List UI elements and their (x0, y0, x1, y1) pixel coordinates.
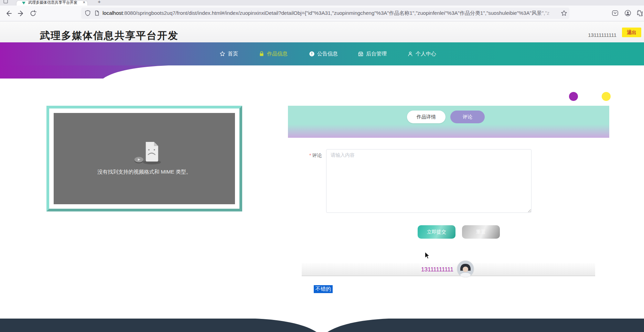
window-icon[interactable] (3, 0, 8, 3)
site-favicon-icon (22, 2, 25, 4)
page-title: 武理多媒体信息共享平台开发 (40, 29, 179, 43)
building-icon (358, 51, 364, 57)
comment-user[interactable]: 13111111111 (421, 266, 453, 273)
tab-title: 武理多媒体信息共享平台开发 (28, 1, 80, 5)
forward-button-icon[interactable] (17, 10, 25, 17)
shield-icon[interactable] (85, 10, 91, 16)
nav-item-admin[interactable]: 后台管理 (358, 42, 387, 65)
video-error-icon (130, 140, 163, 166)
tab-work-detail[interactable]: 作品详情 (407, 111, 446, 123)
browser-toolbar: localhost:8080/springboots2uq7/front/dis… (0, 6, 644, 21)
reload-button-icon[interactable] (29, 10, 37, 17)
nav-label: 个人中心 (416, 51, 436, 57)
video-player-frame: 没有找到支持的视频格式和 MIME 类型。 (46, 106, 242, 211)
new-tab-button[interactable]: + (98, 0, 101, 4)
nav-item-announcements[interactable]: 公告信息 (309, 42, 338, 65)
comment-text-selected[interactable]: 不错的 (314, 285, 333, 293)
required-asterisk: * (309, 153, 311, 158)
tab-comments[interactable]: 评论 (450, 111, 485, 123)
detail-panel-header: 作品详情 评论 (288, 106, 609, 138)
back-button-icon[interactable] (5, 10, 12, 17)
bookmark-star-icon[interactable] (561, 10, 567, 17)
avatar[interactable] (457, 261, 474, 277)
decor-dot-white (585, 92, 594, 101)
url-fade-overlay (539, 8, 560, 19)
browser-tab[interactable]: 武理多媒体信息共享平台开发 × (17, 1, 87, 6)
comment-field-label: *评论 (309, 153, 322, 159)
avatar-image (457, 261, 474, 277)
decor-dot-purple (569, 92, 578, 101)
nav-label: 首页 (228, 51, 238, 57)
browser-tab-strip: 武理多媒体信息共享平台开发 × + (0, 0, 644, 6)
video-error-text: 没有找到支持的视频格式和 MIME 类型。 (54, 169, 235, 175)
main-nav: 首页 作品信息 公告信息 后台管理 个人中心 (0, 42, 644, 65)
logout-button[interactable]: 退出 (622, 28, 641, 37)
decor-dot-yellow (602, 92, 611, 101)
url-text: localhost:8080/springboots2uq7/front/dis… (103, 10, 550, 17)
comment-label-text: 评论 (312, 153, 322, 158)
nav-label: 后台管理 (366, 51, 387, 57)
url-path: :8080/springboots2uq7/front/dist/index.h… (123, 10, 550, 16)
comment-row: 13111111111 (302, 263, 595, 276)
url-host: localhost (103, 10, 123, 16)
info-icon (309, 51, 315, 57)
extensions-puzzle-icon[interactable] (636, 10, 643, 17)
url-bar[interactable]: localhost:8080/springboots2uq7/front/dis… (81, 8, 569, 19)
nav-label: 公告信息 (317, 51, 338, 57)
submit-button[interactable]: 立即提交 (418, 225, 455, 239)
pocket-icon[interactable] (612, 10, 619, 17)
mouse-cursor (425, 251, 430, 259)
star-icon (219, 51, 225, 57)
user-icon (407, 51, 413, 57)
account-icon[interactable] (624, 10, 631, 17)
header-phone: 13111111111 (588, 32, 616, 38)
lock-icon (259, 51, 265, 57)
nav-label: 作品信息 (267, 51, 288, 57)
page-icon[interactable] (94, 10, 100, 16)
tab-close-icon[interactable]: × (83, 1, 85, 5)
video-player[interactable]: 没有找到支持的视频格式和 MIME 类型。 (54, 113, 235, 204)
comment-input[interactable] (326, 149, 532, 213)
nav-item-works[interactable]: 作品信息 (259, 42, 288, 65)
nav-decor-wedge (0, 65, 179, 79)
nav-item-home[interactable]: 首页 (219, 42, 238, 65)
reset-button[interactable]: 重置 (462, 225, 500, 239)
footer (0, 319, 644, 332)
site-header: 武理多媒体信息共享平台开发 13111111111 退出 (0, 21, 644, 42)
nav-item-personal[interactable]: 个人中心 (407, 42, 436, 65)
textarea-resize-handle[interactable] (527, 209, 531, 212)
